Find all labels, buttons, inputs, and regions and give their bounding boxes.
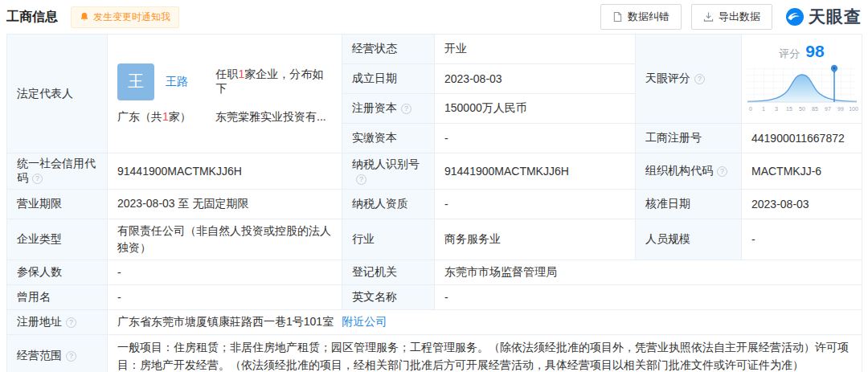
field-value-reg-capital: 150000万人民币 <box>435 94 636 124</box>
notify-badge-label: 发生变更时通知我 <box>93 10 170 24</box>
document-icon <box>612 11 623 22</box>
field-value-taxpayer-qual: - <box>435 190 636 219</box>
industry-label: 行业 <box>352 232 375 245</box>
tick-85: 85 <box>812 106 818 112</box>
legal-rep-tenure: 任职1家企业，分布如下 <box>216 67 332 96</box>
chart-tick-labels: 0 1 3 15 50 85 97 99 100 <box>749 106 858 112</box>
tick-3: 3 <box>775 106 778 112</box>
reg-number-label: 工商注册号 <box>645 131 702 144</box>
legal-rep-label: 法定代表人 <box>17 87 73 100</box>
field-value-english-name: - <box>435 285 862 310</box>
approval-date-label: 核准日期 <box>645 197 690 210</box>
field-value-est-date: 2023-08-03 <box>435 64 636 94</box>
legal-rep-bottom-row: 广东（共1家） 东莞棠雅实业投资有... <box>117 110 332 125</box>
english-name-label: 英文名称 <box>352 290 397 303</box>
legal-rep-cell: 王 王路 任职1家企业，分布如下 广东（共1家） 东莞棠雅实业投资有... <box>108 35 342 153</box>
tick-1: 1 <box>762 106 765 112</box>
field-label-biz-status: 经营状态 <box>342 35 435 64</box>
field-label-org-code: 组织机构代码? <box>636 153 742 190</box>
field-label-legal-rep: 法定代表人 <box>7 35 108 153</box>
legal-rep-name[interactable]: 王路 <box>166 75 188 88</box>
export-data-button[interactable]: 导出数据 <box>691 4 772 30</box>
biz-term-label: 营业期限 <box>17 197 62 210</box>
tianyancha-logo-text: 天眼查 <box>809 6 862 28</box>
legal-rep-company-link[interactable]: 东莞棠雅实业投资有... <box>215 110 326 125</box>
field-label-est-date: 成立日期 <box>342 64 435 94</box>
reg-address-text: 广东省东莞市塘厦镇康莊路西一巷1号101室 <box>117 315 334 328</box>
help-icon[interactable]: ? <box>717 166 727 177</box>
help-icon[interactable]: ? <box>401 104 411 114</box>
biz-status-label: 经营状态 <box>352 42 397 55</box>
score-prefix: 评分 <box>779 47 800 61</box>
field-label-former-name: 曾用名 <box>7 285 108 310</box>
tick-99: 99 <box>837 106 844 112</box>
score-label: 天眼评分 <box>645 72 690 84</box>
field-label-staff-size: 人员规模 <box>636 219 742 260</box>
score-widget: 评分 98 <box>751 42 852 117</box>
bell-icon <box>80 12 89 22</box>
nearby-companies-link[interactable]: 附近公司 <box>342 315 387 328</box>
field-value-approval-date: 2023-08-03 <box>742 190 862 219</box>
tick-100: 100 <box>849 106 858 112</box>
legal-rep-name-link[interactable]: 王路 <box>166 75 216 89</box>
field-value-company-type: 有限责任公司（非自然人投资或控股的法人独资） <box>108 219 342 260</box>
field-label-company-type: 企业类型 <box>7 219 108 260</box>
legal-rep-card: 王 王路 任职1家企业，分布如下 广东（共1家） 东莞棠雅实业投资有... <box>117 57 332 131</box>
former-name-label: 曾用名 <box>17 290 51 303</box>
field-value-biz-status: 开业 <box>435 35 636 64</box>
field-value-org-code: MACTMKJJ-6 <box>742 153 862 190</box>
field-value-credit-code: 91441900MACTMKJJ6H <box>108 153 342 190</box>
reg-capital-label: 注册资本 <box>352 101 397 114</box>
tick-50: 50 <box>799 106 805 112</box>
org-code-label: 组织机构代码 <box>645 164 713 177</box>
score-marker-pin-dot <box>833 67 835 69</box>
field-value-industry: 商务服务业 <box>435 219 636 260</box>
score-value: 98 <box>805 42 824 61</box>
region-prefix: 广东（共 <box>117 110 162 123</box>
field-label-industry: 行业 <box>342 219 435 260</box>
data-correction-label: 数据纠错 <box>628 10 669 24</box>
tick-15: 15 <box>786 106 792 112</box>
field-label-reg-address: 注册地址? <box>7 310 108 335</box>
help-icon[interactable]: ? <box>66 351 76 362</box>
data-correction-button[interactable]: 数据纠错 <box>600 4 682 30</box>
help-icon[interactable]: ? <box>694 74 705 84</box>
taxpayer-qual-label: 纳税人资质 <box>352 197 408 210</box>
reg-authority-label: 登记机关 <box>352 265 397 278</box>
field-label-biz-scope: 经营范围? <box>7 335 108 372</box>
field-label-reg-authority: 登记机关 <box>342 260 435 285</box>
help-icon[interactable]: ? <box>66 317 76 328</box>
legal-rep-top-row: 王 王路 任职1家企业，分布如下 <box>117 63 332 100</box>
help-icon[interactable]: ? <box>356 174 366 185</box>
est-date-label: 成立日期 <box>352 72 397 84</box>
field-value-insured-count: - <box>108 260 342 285</box>
field-label-approval-date: 核准日期 <box>636 190 742 219</box>
help-icon[interactable]: ? <box>32 174 43 184</box>
credit-code-label: 统一社会信用代码 <box>17 157 96 184</box>
region-suffix: 家） <box>169 110 191 123</box>
field-value-staff-size: - <box>742 219 862 260</box>
company-type-label: 企业类型 <box>17 232 62 245</box>
tick-0: 0 <box>749 106 752 112</box>
notify-on-change-button[interactable]: 发生变更时通知我 <box>71 6 179 28</box>
field-label-taxpayer-id: 纳税人识别号? <box>342 153 435 190</box>
region-count: 1 <box>162 110 169 123</box>
tianyancha-logo: 天眼查 <box>785 6 862 28</box>
header-actions: 数据纠错 导出数据 天眼查 <box>600 4 862 30</box>
staff-size-label: 人员规模 <box>645 232 690 245</box>
score-distribution-chart: 0 1 3 15 50 85 97 99 100 <box>744 62 860 117</box>
field-label-score: 天眼评分? <box>636 35 742 124</box>
score-headline: 评分 98 <box>779 42 824 61</box>
paid-capital-label: 实缴资本 <box>352 131 397 144</box>
panel-header: 工商信息 发生变更时通知我 数据纠错 导出数据 <box>0 0 868 34</box>
field-value-biz-term: 2023-08-03 至 无固定期限 <box>108 190 342 219</box>
field-label-english-name: 英文名称 <box>342 285 435 310</box>
field-label-paid-capital: 实缴资本 <box>342 124 435 153</box>
business-info-table: 法定代表人 王 王路 任职1家企业，分布如下 广东（共1家） 东莞棠雅实业投资有… <box>6 34 862 372</box>
field-label-credit-code: 统一社会信用代码? <box>7 153 108 190</box>
tick-97: 97 <box>825 106 831 112</box>
legal-rep-avatar[interactable]: 王 <box>117 63 154 100</box>
download-icon <box>703 11 714 22</box>
field-label-biz-term: 营业期限 <box>7 190 108 219</box>
business-info-panel: 工商信息 发生变更时通知我 数据纠错 导出数据 <box>0 0 868 372</box>
